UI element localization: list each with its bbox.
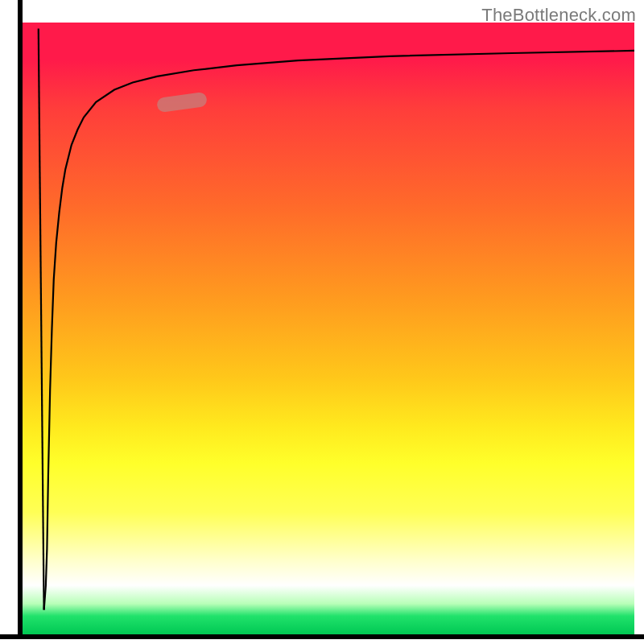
y-axis <box>18 0 23 639</box>
x-axis <box>0 634 644 639</box>
initial-drop-path <box>39 29 44 610</box>
curve-path <box>44 51 634 610</box>
chart-container: TheBottleneck.com <box>0 0 644 644</box>
plot-area <box>23 23 634 634</box>
watermark-text: TheBottleneck.com <box>481 5 636 26</box>
curve-layer <box>23 23 634 634</box>
